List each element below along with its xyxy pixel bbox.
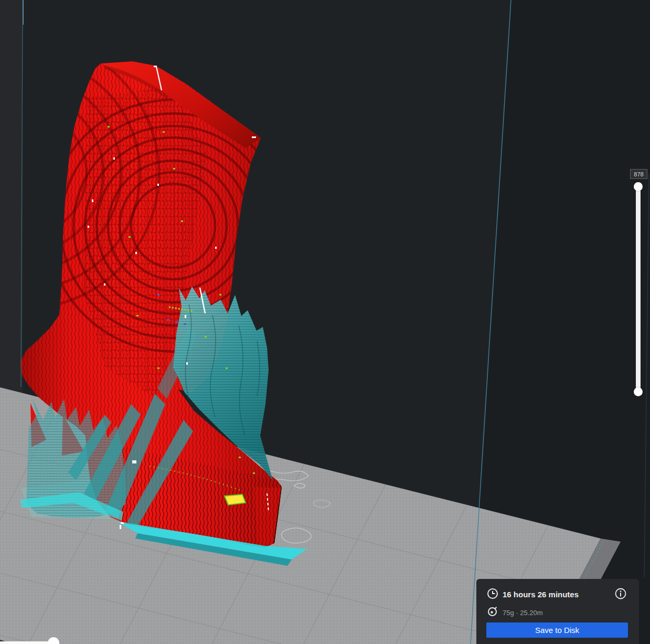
material-spool-icon [487, 606, 498, 617]
info-icon[interactable] [614, 587, 627, 600]
print-time-text: 16 hours 26 minutes [503, 590, 579, 599]
layer-number-label: 878 [630, 169, 647, 179]
clock-icon [487, 588, 498, 599]
preview-3d-scene [0, 0, 650, 644]
material-usage-text: 75g · 25.20m [503, 609, 543, 617]
layer-slider-handle-bottom[interactable] [634, 387, 643, 396]
layer-slider-track[interactable] [636, 186, 641, 392]
save-to-disk-button[interactable]: Save to Disk [486, 622, 628, 638]
object-list-bar[interactable] [0, 641, 50, 644]
layer-slider-handle-top[interactable] [634, 182, 643, 191]
slicer-preview-viewport: 878 16 hours 26 minutes 75g · 25.20m Sav… [0, 0, 650, 644]
print-summary-panel: 16 hours 26 minutes 75g · 25.20m Save to… [476, 579, 639, 644]
